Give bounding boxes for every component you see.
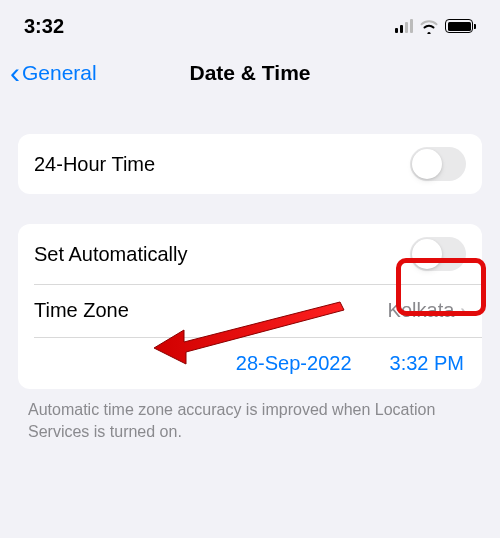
toggle-knob xyxy=(412,239,442,269)
label-set-automatically: Set Automatically xyxy=(34,243,187,266)
row-time-zone[interactable]: Time Zone Kolkata › xyxy=(18,285,482,337)
status-icons xyxy=(395,18,477,34)
status-bar: 3:32 xyxy=(0,0,500,46)
row-date-time[interactable]: 28-Sep-2022 3:32 PM xyxy=(18,337,482,389)
chevron-right-icon: › xyxy=(460,301,466,321)
status-time: 3:32 xyxy=(24,15,64,38)
toggle-knob xyxy=(412,149,442,179)
time-picker-value[interactable]: 3:32 PM xyxy=(390,352,464,375)
chevron-left-icon: ‹ xyxy=(10,58,20,88)
row-set-automatically: Set Automatically xyxy=(18,224,482,284)
date-picker-value[interactable]: 28-Sep-2022 xyxy=(236,352,352,375)
label-time-zone: Time Zone xyxy=(34,299,129,322)
back-label: General xyxy=(22,61,97,85)
toggle-set-automatically[interactable] xyxy=(410,237,466,271)
settings-group-auto: Set Automatically Time Zone Kolkata › 28… xyxy=(18,224,482,389)
nav-header: ‹ General Date & Time xyxy=(0,46,500,120)
battery-icon xyxy=(445,19,476,33)
value-time-zone: Kolkata › xyxy=(388,299,466,322)
footer-note: Automatic time zone accuracy is improved… xyxy=(0,389,500,442)
settings-group-display: 24-Hour Time xyxy=(18,134,482,194)
cellular-icon xyxy=(395,19,414,33)
toggle-24-hour-time[interactable] xyxy=(410,147,466,181)
label-24-hour-time: 24-Hour Time xyxy=(34,153,155,176)
wifi-icon xyxy=(419,18,439,34)
row-24-hour-time: 24-Hour Time xyxy=(18,134,482,194)
page-title: Date & Time xyxy=(190,61,311,85)
back-button[interactable]: ‹ General xyxy=(10,58,97,88)
